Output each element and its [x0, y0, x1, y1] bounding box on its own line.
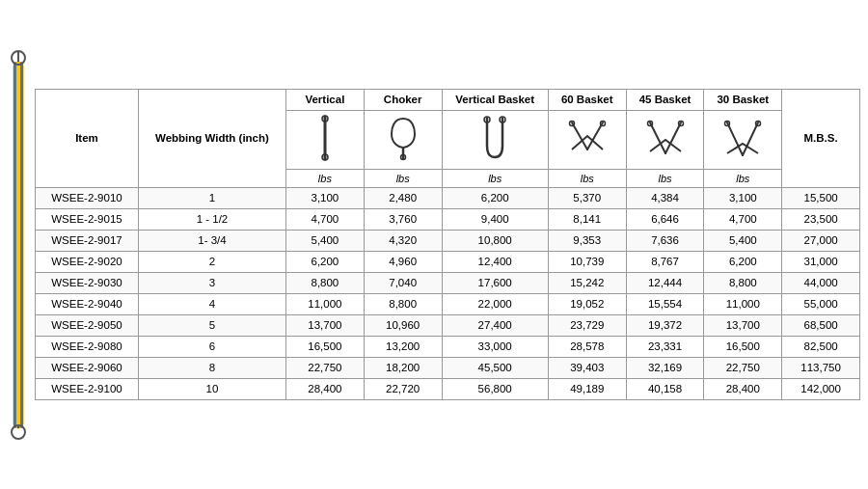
cell-vertical: 28,400: [285, 378, 364, 399]
table-row: WSEE-2-91001028,40022,72056,80049,18940,…: [36, 378, 860, 399]
table-row: WSEE-2-903038,8007,04017,60015,24212,444…: [36, 273, 860, 294]
table-row: WSEE-2-9060822,75018,20045,50039,40332,1…: [36, 357, 860, 378]
cell-b60: 9,353: [548, 231, 626, 252]
cell-webbing: 10: [138, 378, 285, 399]
cell-b45: 6,646: [626, 209, 704, 231]
cell-b30: 22,750: [704, 357, 782, 378]
cell-b45: 23,331: [626, 336, 704, 357]
sling-illustration: [8, 33, 29, 457]
col-header-60basket: 60 Basket: [548, 90, 626, 111]
cell-webbing: 1- 3/4: [138, 231, 285, 252]
svg-line-23: [743, 122, 758, 155]
cell-vbasket: 22,000: [442, 294, 548, 315]
cell-choker: 13,200: [364, 336, 442, 357]
cell-item: WSEE-2-9017: [36, 231, 139, 252]
cell-item: WSEE-2-9060: [36, 357, 139, 378]
cell-b30: 3,100: [704, 188, 782, 209]
cell-mbs: 44,000: [782, 273, 860, 294]
col-header-item: Item: [36, 90, 139, 188]
cell-choker: 8,800: [364, 294, 442, 315]
svg-line-14: [572, 122, 587, 149]
cell-b30: 6,200: [704, 252, 782, 273]
cell-choker: 4,960: [364, 252, 442, 273]
cell-b30: 5,400: [704, 231, 782, 252]
cell-b30: 13,700: [704, 315, 782, 337]
cell-b30: 8,800: [704, 273, 782, 294]
cell-item: WSEE-2-9015: [36, 209, 139, 231]
cell-mbs: 55,000: [782, 294, 860, 315]
svg-line-22: [727, 122, 743, 155]
col-header-webbing: Webbing Width (inch): [138, 90, 285, 188]
cell-b60: 23,729: [548, 315, 626, 337]
cell-item: WSEE-2-9050: [36, 315, 139, 337]
cell-vbasket: 17,600: [442, 273, 548, 294]
cell-webbing: 5: [138, 315, 285, 337]
cell-vbasket: 12,400: [442, 252, 548, 273]
cell-mbs: 15,500: [782, 188, 860, 209]
cell-choker: 7,040: [364, 273, 442, 294]
cell-vertical: 22,750: [285, 357, 364, 378]
cell-b45: 8,767: [626, 252, 704, 273]
cell-item: WSEE-2-9040: [36, 294, 139, 315]
cell-mbs: 113,750: [782, 357, 860, 378]
cell-b60: 49,189: [548, 378, 626, 399]
cell-vertical: 16,500: [285, 336, 364, 357]
cell-b45: 40,158: [626, 378, 704, 399]
cell-webbing: 1: [138, 188, 285, 209]
cell-item: WSEE-2-9100: [36, 378, 139, 399]
icon-vertical: [285, 111, 364, 170]
cell-vbasket: 27,400: [442, 315, 548, 337]
cell-item: WSEE-2-9020: [36, 252, 139, 273]
cell-vbasket: 9,400: [442, 209, 548, 231]
cell-b60: 5,370: [548, 188, 626, 209]
cell-choker: 3,760: [364, 209, 442, 231]
icon-30basket: [704, 111, 782, 170]
cell-b60: 39,403: [548, 357, 626, 378]
cell-b30: 4,700: [704, 209, 782, 231]
icon-choker: [364, 111, 442, 170]
cell-b45: 12,444: [626, 273, 704, 294]
cell-vbasket: 45,500: [442, 357, 548, 378]
icon-45basket: [626, 111, 704, 170]
unit-vertical: lbs: [285, 170, 364, 188]
unit-60basket: lbs: [548, 170, 626, 188]
cell-mbs: 142,000: [782, 378, 860, 399]
table-row: WSEE-2-901013,1002,4806,2005,3704,3843,1…: [36, 188, 860, 209]
cell-vertical: 6,200: [285, 252, 364, 273]
col-header-vbasket: Vertical Basket: [442, 90, 548, 111]
table-row: WSEE-2-9080616,50013,20033,00028,57823,3…: [36, 336, 860, 357]
cell-vertical: 4,700: [285, 209, 364, 231]
cell-b45: 32,169: [626, 357, 704, 378]
table-row: WSEE-2-90151 - 1/24,7003,7609,4008,1416,…: [36, 209, 860, 231]
icon-60basket: [548, 111, 626, 170]
col-header-vertical: Vertical: [285, 90, 364, 111]
cell-mbs: 23,500: [782, 209, 860, 231]
cell-b45: 15,554: [626, 294, 704, 315]
cell-b30: 11,000: [704, 294, 782, 315]
cell-mbs: 82,500: [782, 336, 860, 357]
cell-b30: 16,500: [704, 336, 782, 357]
cell-vbasket: 56,800: [442, 378, 548, 399]
icon-vbasket: [442, 111, 548, 170]
cell-vertical: 13,700: [285, 315, 364, 337]
cell-item: WSEE-2-9030: [36, 273, 139, 294]
cell-choker: 10,960: [364, 315, 442, 337]
col-header-45basket: 45 Basket: [626, 90, 704, 111]
cell-webbing: 3: [138, 273, 285, 294]
cell-webbing: 4: [138, 294, 285, 315]
cell-vbasket: 10,800: [442, 231, 548, 252]
table-row: WSEE-2-90171- 3/45,4004,32010,8009,3537,…: [36, 231, 860, 252]
table-body: WSEE-2-901013,1002,4806,2005,3704,3843,1…: [36, 188, 860, 399]
cell-vertical: 3,100: [285, 188, 364, 209]
cell-vertical: 11,000: [285, 294, 364, 315]
cell-choker: 4,320: [364, 231, 442, 252]
col-header-mbs: M.B.S.: [782, 90, 860, 188]
cell-vbasket: 6,200: [442, 188, 548, 209]
cell-mbs: 68,500: [782, 315, 860, 337]
col-header-30basket: 30 Basket: [704, 90, 782, 111]
unit-choker: lbs: [364, 170, 442, 188]
cell-webbing: 6: [138, 336, 285, 357]
cell-item: WSEE-2-9010: [36, 188, 139, 209]
cell-b60: 28,578: [548, 336, 626, 357]
col-header-choker: Choker: [364, 90, 442, 111]
